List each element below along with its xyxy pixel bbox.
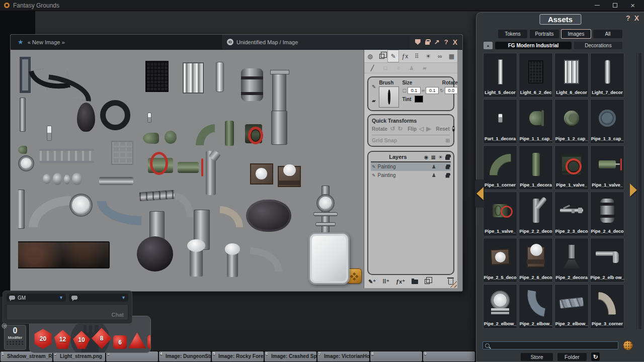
close-window-button[interactable]: × [630, 3, 635, 8]
asset-card[interactable]: Pipe_2_elbow_ [519, 284, 553, 329]
canvas-asset-part[interactable] [147, 113, 151, 123]
canvas-asset-tube[interactable] [216, 62, 224, 92]
canvas-asset-part[interactable] [47, 126, 52, 141]
canvas-asset-ring[interactable] [100, 100, 130, 130]
canvas-asset-beam[interactable] [18, 241, 110, 268]
die-d20[interactable]: 20 [34, 329, 52, 349]
canvas-asset-pipe-h[interactable] [99, 177, 133, 185]
lighting-tool-button[interactable]: ☀ [423, 50, 434, 62]
asset-card[interactable]: Light_5_decor [483, 53, 517, 98]
canvas-asset-pipe-v[interactable] [271, 111, 287, 145]
asset-card[interactable]: Pipe_1_1_cap_ [519, 99, 553, 144]
canvas-asset-ball-pipe[interactable] [190, 246, 203, 277]
minimize-button[interactable] [595, 5, 600, 6]
canvas-asset-flange-top[interactable] [72, 196, 90, 214]
assets-close-button[interactable]: X [634, 14, 639, 22]
effects-tool-button[interactable]: ƒx [399, 50, 411, 62]
canvas-asset-pod[interactable] [77, 103, 95, 132]
expand-right-arrow-icon[interactable] [630, 184, 637, 197]
lock-icon[interactable] [425, 41, 430, 45]
asset-card[interactable]: Pipe_2_5_deco [483, 238, 517, 283]
brush-size-height-input[interactable] [426, 87, 439, 94]
asset-card[interactable]: Pipe_1_decora [519, 145, 553, 190]
canvas-asset-hose-b[interactable] [46, 74, 94, 102]
layer-visibility-icon[interactable]: ◉ [424, 154, 429, 160]
layer-unlock-icon[interactable] [446, 175, 450, 178]
asset-card[interactable]: Pipe_2_elbow_ [554, 284, 589, 329]
taskbar-slot[interactable]: 3 [106, 351, 158, 361]
canvas-asset-box-circle[interactable] [250, 163, 273, 185]
folder-up-button[interactable]: ▲ [484, 42, 493, 49]
canvas-asset-branch[interactable] [206, 151, 216, 195]
rectangle-draw-button[interactable]: □ [379, 63, 391, 73]
asset-card[interactable]: Pipe_2_decora [554, 238, 589, 283]
canvas-asset-flange-top[interactable] [21, 158, 32, 169]
canvas-asset-ladder[interactable] [40, 149, 94, 163]
breadcrumb-module[interactable]: FG Modern Industrial [495, 42, 572, 49]
canvas-asset-cap-green[interactable] [18, 146, 27, 154]
die-d12[interactable]: 12 [54, 330, 71, 349]
taskbar-slot[interactable]: 6Image: Crashed Spa [265, 351, 316, 361]
asset-card[interactable]: Pipe_1_valve_ [483, 192, 517, 236]
canvas-asset-white-tank[interactable] [308, 232, 350, 285]
store-button[interactable]: Store [521, 353, 553, 361]
taskbar-slot[interactable]: 8 [370, 351, 422, 361]
asset-card[interactable]: Pipe_2_4_deco [590, 192, 624, 236]
asset-card[interactable]: Light_6_decor [554, 53, 589, 98]
canvas-asset-knob[interactable] [72, 173, 82, 185]
canvas-asset-flange-h[interactable] [315, 222, 336, 226]
asset-card[interactable]: Pipe_1_3_cap_ [590, 99, 624, 144]
canvas-asset-sphere[interactable] [137, 236, 173, 272]
assets-scrollbar[interactable] [638, 53, 641, 329]
assets-tab-images[interactable]: Images [561, 30, 591, 38]
canvas-asset-grate[interactable] [145, 61, 169, 92]
assets-help-button[interactable]: ? [626, 14, 630, 22]
canvas-asset-valve-h[interactable] [148, 158, 173, 173]
asset-card[interactable]: Light_6_2_dec [519, 53, 553, 98]
canvas-asset-knob[interactable] [53, 173, 62, 185]
canvas-asset-valve-top[interactable] [245, 124, 262, 143]
taskbar-slot[interactable]: 9 [423, 351, 475, 361]
canvas-asset-flange-h[interactable] [313, 212, 338, 216]
brush-preview[interactable] [379, 86, 399, 108]
canvas-asset-flange-top[interactable] [319, 197, 332, 210]
taskbar-slot[interactable]: 1Shadow_stream_Ro [1, 351, 52, 361]
canvas-asset-elbow-grey[interactable] [176, 193, 194, 217]
canvas-asset-cap-green[interactable] [143, 133, 159, 144]
canvas-asset-curve-blue[interactable] [97, 201, 141, 225]
layer-light-icon[interactable]: ☀ [438, 154, 443, 160]
canvas-asset-pipe-v[interactable] [18, 190, 25, 229]
mask-tool-button[interactable]: ∞ [434, 50, 446, 62]
collapse-panel-tab[interactable] [475, 179, 485, 208]
taskbar-slot[interactable]: 2Light_stream.png [53, 351, 105, 361]
layer-mask-icon[interactable]: ♟ [432, 164, 436, 169]
layer-row[interactable]: ✎Painting♟ [371, 171, 451, 179]
asset-card[interactable]: Pipe_2_3_deco [554, 192, 589, 236]
restore-button[interactable] [613, 3, 617, 8]
canvas-asset-pipe-v[interactable] [149, 211, 165, 239]
grid-snap-icon[interactable]: ⊞ [445, 137, 450, 143]
link-icon[interactable]: ∞ [422, 88, 425, 93]
flip-horizontal-icon[interactable]: ◁ [419, 125, 424, 132]
canvas-asset-elbow-grey-l[interactable] [29, 196, 71, 227]
die-d8[interactable]: 8 [92, 328, 112, 349]
canvas-asset-arc-green[interactable] [196, 124, 215, 145]
assets-tab-tokens[interactable]: Tokens [498, 30, 527, 38]
asset-card[interactable]: Pipe_2_2_deco [519, 192, 553, 236]
canvas-asset-knob[interactable] [43, 174, 51, 184]
flip-vertical-icon[interactable]: ▶ [426, 125, 431, 132]
canvas-asset-ball-pipe[interactable] [227, 250, 238, 277]
layers-tool-button[interactable] [376, 50, 387, 62]
assets-tab-portraits[interactable]: Portraits [530, 30, 559, 38]
canvas-asset-valve-h2[interactable] [178, 162, 199, 173]
die-d6[interactable]: 6 [113, 335, 127, 349]
brush-mode-icon[interactable]: ✎ [372, 84, 376, 89]
die-dplus[interactable]: + [147, 335, 151, 349]
asset-card[interactable]: Part_1_decora [483, 99, 517, 144]
taskbar-slot[interactable]: 4Image: DungeonStr [159, 351, 211, 361]
folder-button[interactable]: Folder [557, 353, 587, 361]
refresh-assets-button[interactable]: ↻ [591, 352, 600, 361]
delete-layer-button[interactable] [448, 279, 453, 285]
brush-size-width-input[interactable] [408, 87, 421, 94]
canvas-asset-elbow-grey[interactable] [250, 247, 282, 272]
